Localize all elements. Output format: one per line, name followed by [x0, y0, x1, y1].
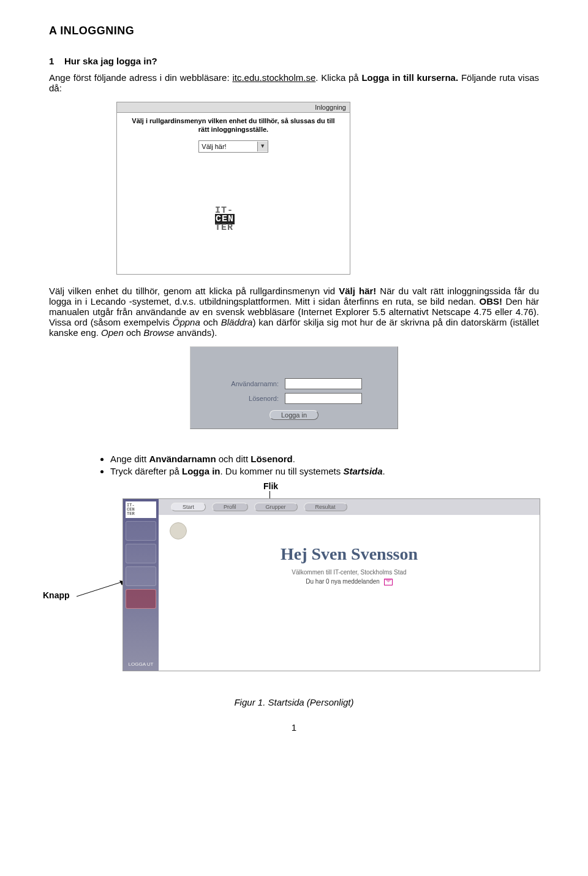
- greeting: Hej Sven Svensson: [159, 544, 540, 564]
- sidebar-button-3[interactable]: [126, 566, 156, 586]
- b1-pass: Lösenord: [251, 454, 292, 464]
- sidebar-logo: IT-CENTER: [126, 501, 156, 518]
- topbar: Start Profil Grupper Resultat: [159, 499, 540, 516]
- p2-end: används).: [174, 327, 217, 338]
- b1-mid: och ditt: [216, 454, 251, 464]
- login-button[interactable]: Logga in: [270, 410, 318, 420]
- flik-annotation: Flik: [263, 481, 539, 491]
- p1-pre: Ange först följande adress i din webbläs…: [49, 72, 232, 83]
- sidebar-button-1[interactable]: [126, 521, 156, 541]
- tab-profil[interactable]: Profil: [212, 503, 248, 511]
- inlog-instructions: Välj i rullgardinsmenyn vilken enhet du …: [117, 113, 350, 137]
- p2-valj: Välj här!: [339, 286, 376, 296]
- p2-and: och: [200, 317, 221, 327]
- b2-end: .: [383, 466, 385, 476]
- p2-open: Open: [101, 327, 124, 338]
- knapp-annotation: Knapp: [43, 590, 70, 600]
- tab-resultat[interactable]: Resultat: [304, 503, 347, 511]
- b1-a: Ange ditt: [110, 454, 149, 464]
- p2-oppna: Öppna: [173, 317, 200, 327]
- tab-start[interactable]: Start: [171, 503, 206, 511]
- inlog-header: Inloggning: [117, 102, 350, 113]
- figure-caption: Figur 1. Startsida (Personligt): [49, 697, 539, 707]
- inloggning-screenshot: Inloggning Välj i rullgardinsmenyn vilke…: [116, 102, 350, 275]
- p1-mid: . Klicka på: [315, 72, 361, 83]
- b2-a: Tryck därefter på: [110, 466, 182, 476]
- url-link: itc.edu.stockholm.se: [232, 72, 315, 83]
- username-input[interactable]: [285, 378, 362, 389]
- paragraph-2: Välj vilken enhet du tillhör, genom att …: [49, 286, 539, 338]
- b2-b: . Du kommer nu till systemets: [220, 466, 343, 476]
- b2-start: Startsida: [343, 466, 382, 476]
- b1-user: Användarnamn: [149, 454, 216, 464]
- logout-button[interactable]: LOGGA UT: [126, 661, 156, 667]
- p1-login-link: Logga in till kurserna.: [361, 72, 458, 83]
- svg-line-0: [77, 581, 124, 596]
- dropdown-value: Välj här!: [202, 143, 226, 150]
- chevron-down-icon: ▼: [257, 142, 268, 151]
- p2-obs: OBS!: [480, 296, 503, 307]
- q-text: Hur ska jag logga in?: [64, 56, 157, 66]
- bullet-1: Ange ditt Användarnamn och ditt Lösenord…: [110, 454, 539, 464]
- instruction-bullets: Ange ditt Användarnamn och ditt Lösenord…: [110, 454, 539, 476]
- unit-dropdown[interactable]: Välj här! ▼: [198, 140, 268, 153]
- password-label: Lösenord:: [199, 395, 285, 402]
- welcome-text: Välkommen till IT-center, Stockholms Sta…: [159, 569, 540, 576]
- it-center-logo: IT-CENTER: [215, 207, 235, 232]
- mail-icon[interactable]: [384, 579, 393, 585]
- sidebar-button-personligt[interactable]: [126, 589, 156, 609]
- page-number: 1: [49, 722, 539, 733]
- tab-grupper[interactable]: Grupper: [254, 503, 298, 511]
- content-area: Hej Sven Svensson Välkommen till IT-cent…: [159, 515, 540, 671]
- b1-end: .: [293, 454, 295, 464]
- messages-line: Du har 0 nya meddelanden: [159, 578, 540, 585]
- b2-login: Logga in: [182, 466, 221, 476]
- bullet-2: Tryck därefter på Logga in. Du kommer nu…: [110, 466, 539, 476]
- p2-a: Välj vilken enhet du tillhör, genom att …: [49, 286, 339, 296]
- section-heading: A INLOGGNING: [49, 25, 539, 37]
- avatar-icon: [170, 522, 187, 539]
- startsida-screenshot: IT-CENTER LOGGA UT Start Profil Grupper …: [123, 498, 540, 671]
- q-number: 1: [49, 56, 54, 66]
- password-input[interactable]: [285, 393, 362, 404]
- sidebar-button-2[interactable]: [126, 544, 156, 563]
- messages-text: Du har 0 nya meddelanden: [306, 578, 380, 585]
- question-line: 1 Hur ska jag logga in?: [49, 56, 539, 66]
- login-screenshot: Användarnamn: Lösenord: Logga in: [190, 346, 398, 429]
- p2-bladdra: Bläddra: [221, 317, 253, 327]
- paragraph-1: Ange först följande adress i din webbläs…: [49, 72, 539, 93]
- username-label: Användarnamn:: [199, 380, 285, 387]
- sidebar: IT-CENTER LOGGA UT: [123, 499, 159, 671]
- flik-leader-line: [270, 491, 270, 498]
- p2-and2: och: [124, 327, 144, 338]
- p2-browse: Browse: [143, 327, 174, 338]
